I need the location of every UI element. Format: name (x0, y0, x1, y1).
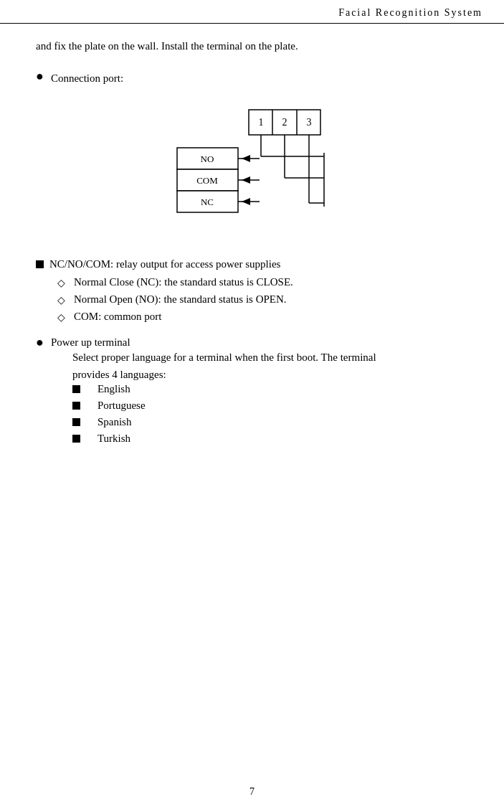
intro-text: and fix the plate on the wall. Install t… (36, 38, 468, 55)
connection-diagram: 1 2 3 NO (57, 99, 468, 242)
square-icon-portuguese (72, 402, 80, 410)
square-icon-turkish (72, 435, 80, 443)
nc-sub-bullets: ◇ Normal Close (NC): the standard status… (57, 276, 468, 324)
svg-marker-19 (242, 155, 250, 162)
list-item: Portuguese (72, 400, 376, 412)
language-list: English Portuguese Spanish Turkish (72, 383, 376, 445)
svg-text:3: 3 (306, 117, 311, 128)
wiring-diagram-svg: 1 2 3 NO (156, 99, 371, 242)
svg-marker-21 (242, 198, 250, 205)
page-content: and fix the plate on the wall. Install t… (0, 24, 504, 492)
language-portuguese: Portuguese (98, 400, 146, 412)
bullet-circle-icon: ● (36, 69, 44, 84)
list-item: English (72, 383, 376, 395)
page-header: Facial Recognition System (0, 0, 504, 24)
bullet-circle-icon-2: ● (36, 335, 44, 350)
square-icon-spanish (72, 418, 80, 426)
svg-text:2: 2 (282, 117, 287, 128)
nc-item-1: Normal Close (NC): the standard status i… (74, 276, 293, 288)
power-up-bullet: ● Power up terminal Select proper langua… (36, 336, 468, 450)
diamond-icon-1: ◇ (57, 277, 65, 289)
svg-text:NC: NC (200, 197, 213, 207)
power-desc-2: provides 4 languages: (72, 369, 166, 380)
connection-bullet: ● Connection port: (36, 70, 468, 87)
nc-item-3: COM: common port (74, 311, 162, 323)
page-number: 7 (249, 786, 255, 797)
list-item: Turkish (72, 433, 376, 445)
list-item: Spanish (72, 416, 376, 428)
diamond-icon-2: ◇ (57, 294, 65, 306)
language-english: English (98, 383, 130, 395)
nc-section: NC/NO/COM: relay output for access power… (36, 258, 468, 324)
svg-text:NO: NO (200, 154, 214, 164)
diamond-icon-3: ◇ (57, 311, 65, 324)
language-spanish: Spanish (98, 416, 132, 428)
nc-item-2: Normal Open (NO): the standard status is… (74, 293, 287, 306)
square-icon-english (72, 385, 80, 393)
power-desc-1: Select proper language for a terminal wh… (72, 351, 376, 363)
svg-marker-20 (242, 176, 250, 184)
language-turkish: Turkish (98, 433, 130, 445)
sub-bullet-item: ◇ Normal Open (NO): the standard status … (57, 293, 468, 306)
nc-square-icon (36, 260, 44, 268)
svg-text:1: 1 (258, 117, 263, 128)
power-up-description: Select proper language for a terminal wh… (72, 349, 376, 383)
page-footer: 7 (0, 786, 504, 798)
svg-text:COM: COM (196, 175, 218, 186)
nc-header-text: NC/NO/COM: relay output for access power… (49, 258, 280, 270)
power-up-content: Power up terminal Select proper language… (51, 336, 376, 450)
connection-label: Connection port: (51, 70, 123, 87)
header-title: Facial Recognition System (338, 7, 482, 19)
sub-bullet-item: ◇ COM: common port (57, 311, 468, 324)
connection-section: ● Connection port: 1 2 3 (36, 70, 468, 243)
nc-header: NC/NO/COM: relay output for access power… (36, 258, 468, 270)
power-up-label: Power up terminal (51, 336, 376, 349)
power-up-section: ● Power up terminal Select proper langua… (36, 336, 468, 450)
sub-bullet-item: ◇ Normal Close (NC): the standard status… (57, 276, 468, 289)
